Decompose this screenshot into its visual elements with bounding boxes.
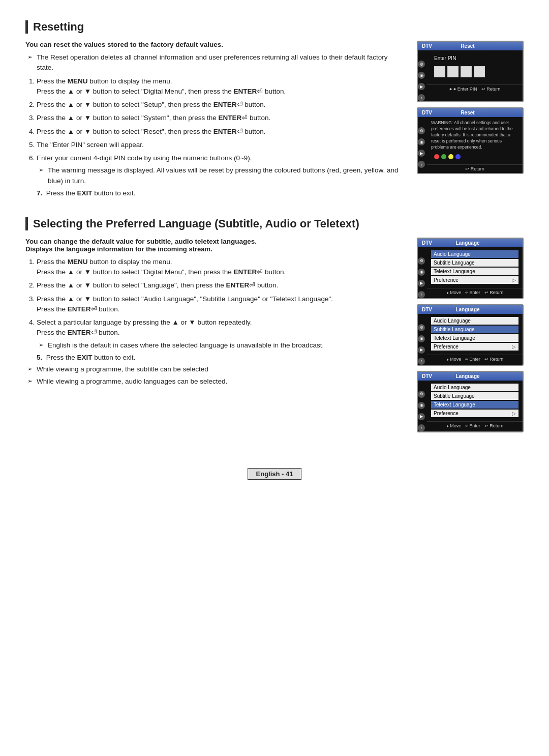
resetting-title: Resetting [25, 20, 524, 34]
resetting-screen2-sidebar: ⚙ ◉ ▶ ♪ [418, 117, 425, 173]
resetting-section: Resetting You can reset the values store… [25, 20, 524, 197]
resetting-screen2-header: DTV Reset [418, 108, 523, 117]
page-footer: English - 41 [248, 468, 302, 480]
resetting-screen2-footer-text: ↩ Return [465, 166, 484, 171]
resetting-steps: Press the MENU button to display the men… [37, 76, 405, 186]
lang-screen3-title: Language [455, 373, 479, 379]
resetting-screen1-footer: ● ● Enter PIN ↩ Return [427, 84, 523, 93]
language-step-1: Press the MENU button to display the men… [37, 257, 405, 278]
resetting-warning-arrow: The warning message is displayed. All va… [39, 165, 405, 186]
resetting-content: You can reset the values stored to the f… [25, 41, 524, 197]
pin-box-2 [447, 66, 459, 77]
resetting-step-3: Press the ▲ or ▼ button to select "Syste… [37, 113, 405, 123]
lang-screen1-dtv: DTV [422, 240, 432, 246]
resetting-screen2-icon4: ♪ [418, 161, 425, 168]
lang-screen1-body-wrap: ⚙ ◉ ▶ ♪ Audio Language Subtitle Language… [418, 247, 523, 298]
resetting-screen1-title: Reset [461, 43, 474, 49]
resetting-screen1-sidebar: ⚙ ◉ ▶ ♪ [418, 50, 425, 101]
page-footer-container: English - 41 [25, 453, 524, 480]
language-step-3: Press the ▲ or ▼ button to select "Audio… [37, 294, 405, 315]
lang-screen1-icon2: ◉ [418, 269, 425, 276]
lang-screen3-footer-mid: ↵Enter [465, 423, 480, 428]
lang-screen3-item-subtitle: Subtitle Language [431, 392, 518, 400]
lang-screen2-pref-arrow: ▷ [512, 344, 516, 350]
resetting-screen1-footer-left: ● ● Enter PIN [449, 86, 477, 92]
lang-screen3-sidebar: ⚙ ◉ ▶ ♪ [418, 381, 425, 431]
lang-screen2-body-wrap: ⚙ ◉ ▶ ♪ Audio Language Subtitle Language… [418, 314, 523, 365]
lang-screen2-footer-right: ↩ Return [484, 357, 504, 362]
lang-screen3-body: Audio Language Subtitle Language Teletex… [427, 381, 523, 421]
language-arrow-1: While viewing a programme, the subtitle … [27, 364, 405, 374]
language-intro1: You can change the default value for sub… [25, 238, 405, 253]
lang-screen3-footer-left: ⬧ Move [446, 423, 462, 428]
lang-screen2-icon1: ⚙ [418, 324, 425, 331]
language-text-col: You can change the default value for sub… [25, 238, 405, 390]
language-screens-col: DTV Language ⚙ ◉ ▶ ♪ Audio Language Sub [417, 238, 524, 432]
resetting-screen2-icon3: ▶ [418, 150, 425, 157]
resetting-step-2: Press the ▲ or ▼ button to select "Setup… [37, 100, 405, 110]
resetting-screen2-footer: ↩ Return [427, 164, 523, 173]
resetting-screen1-icon4: ♪ [418, 94, 425, 101]
language-screen-1: DTV Language ⚙ ◉ ▶ ♪ Audio Language Sub [417, 238, 524, 299]
resetting-step-7: 7. Press the EXIT button to exit. [37, 189, 405, 197]
lang-screen2-title: Language [455, 307, 479, 312]
lang-screen3-header: DTV Language [418, 372, 523, 381]
resetting-screen2-main: WARNING: All channel settings and user p… [427, 117, 523, 173]
pin-box-1 [434, 66, 445, 77]
resetting-screen2-icon2: ◉ [418, 138, 425, 146]
lang-screen1-item-audio: Audio Language [431, 250, 518, 258]
language-steps: Press the MENU button to display the men… [37, 257, 405, 351]
language-step4-arrow: English is the default in cases where th… [39, 340, 405, 351]
lang-screen3-main: Audio Language Subtitle Language Teletex… [427, 381, 523, 431]
lang-screen1-footer-mid: ↵Enter [465, 290, 480, 295]
lang-screen2-item-teletext: Teletext Language [431, 334, 518, 342]
lang-screen2-sidebar: ⚙ ◉ ▶ ♪ [418, 314, 425, 365]
resetting-warning-text: WARNING: All channel settings and user p… [431, 120, 518, 150]
resetting-screen1-body-wrap: ⚙ ◉ ▶ ♪ Enter PIN [418, 50, 523, 101]
lang-screen1-sidebar: ⚙ ◉ ▶ ♪ [418, 247, 425, 298]
language-step-4: Select a particular language by pressing… [37, 317, 405, 351]
resetting-screen1-footer-right: ↩ Return [481, 86, 501, 92]
resetting-screen1-icon1: ⚙ [418, 61, 425, 68]
resetting-screen1-main: Enter PIN ● ● Enter PIN ↩ Return [427, 50, 523, 101]
resetting-step-4: Press the ▲ or ▼ button to select "Reset… [37, 127, 405, 137]
resetting-step-1: Press the MENU button to display the men… [37, 76, 405, 97]
lang-screen2-icon4: ♪ [418, 358, 425, 365]
dot-green [441, 154, 446, 159]
lang-screen1-item-preference: Preference ▷ [431, 276, 518, 284]
lang-screen3-icon2: ◉ [418, 402, 425, 409]
lang-screen2-item-preference: Preference ▷ [431, 343, 518, 351]
lang-screen3-item-teletext: Teletext Language [431, 401, 518, 409]
resetting-screen2-title: Reset [461, 110, 474, 115]
language-intro2: Displays the language information for th… [25, 245, 212, 253]
lang-screen3-footer-right: ↩ Return [484, 423, 504, 428]
lang-screen1-icon4: ♪ [418, 291, 425, 298]
lang-screen3-dtv: DTV [422, 373, 432, 379]
resetting-screens-col: DTV Reset ⚙ ◉ ▶ ♪ Enter PIN [417, 41, 524, 174]
resetting-arrow-item-1: The Reset operation deletes all channel … [27, 52, 405, 73]
resetting-screen1-icon3: ▶ [418, 83, 425, 90]
resetting-screen2-body: WARNING: All channel settings and user p… [427, 117, 523, 164]
resetting-step-6: Enter your current 4-digit PIN code by u… [37, 153, 405, 186]
resetting-pin-boxes [434, 66, 515, 77]
resetting-text-col: You can reset the values stored to the f… [25, 41, 405, 197]
resetting-screen1-body: Enter PIN [427, 50, 523, 84]
lang-screen3-icon1: ⚙ [418, 391, 425, 398]
pin-box-4 [474, 66, 485, 77]
dot-blue [455, 154, 461, 159]
lang-screen2-item-audio: Audio Language [431, 317, 518, 325]
lang-screen2-icon3: ▶ [418, 346, 425, 354]
language-content: You can change the default value for sub… [25, 238, 524, 432]
language-step-2: Press the ▲ or ▼ button to select "Langu… [37, 280, 405, 290]
resetting-color-dots [434, 154, 515, 159]
language-screen-3: DTV Language ⚙ ◉ ▶ ♪ Audio Language Sub [417, 371, 524, 432]
lang-screen1-footer-left: ⬧ Move [446, 290, 462, 295]
lang-screen1-pref-arrow: ▷ [512, 277, 516, 283]
dot-yellow [448, 154, 453, 159]
lang-screen3-footer: ⬧ Move ↵Enter ↩ Return [427, 421, 523, 430]
lang-screen1-body: Audio Language Subtitle Language Teletex… [427, 247, 523, 288]
lang-screen1-item-subtitle: Subtitle Language [431, 259, 518, 267]
lang-screen3-icon4: ♪ [418, 424, 425, 431]
language-step-5: 5. Press the EXIT button to exit. [37, 354, 405, 361]
language-title: Selecting the Preferred Language (Subtit… [25, 217, 524, 230]
